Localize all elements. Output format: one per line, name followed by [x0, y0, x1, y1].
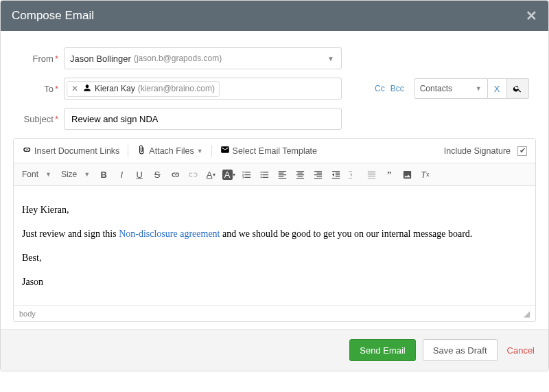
link-icon [22, 145, 32, 157]
cc-link[interactable]: Cc [375, 84, 385, 93]
unlink-button[interactable] [185, 166, 201, 183]
cc-bcc-links: Cc Bcc [375, 84, 404, 93]
align-left-button[interactable] [274, 166, 290, 183]
include-signature-toggle[interactable]: Include Signature ✔ [443, 144, 528, 158]
resize-handle-icon[interactable]: ◢ [524, 309, 530, 319]
text-color-button[interactable]: A▾ [202, 166, 219, 183]
justify-button[interactable] [363, 166, 379, 183]
editor-toolbar-formatting: Font▼ Size▼ B I U S A▾ A▾ [14, 163, 535, 186]
from-select[interactable]: Jason Bollinger (jason.b@grapods.com) ▼ [64, 47, 342, 69]
unordered-list-button[interactable] [256, 166, 272, 183]
person-icon [82, 83, 92, 95]
from-row: From* Jason Bollinger (jason.b@grapods.c… [13, 47, 536, 69]
bcc-link[interactable]: Bcc [390, 84, 404, 93]
chevron-down-icon: ▼ [197, 148, 203, 154]
nda-link[interactable]: Non-disclosure agreement [119, 229, 220, 239]
email-editor: Insert Document Links Attach Files ▼ Sel… [13, 138, 536, 322]
recipient-chip: ✕ Kieran Kay (kieran@braino.com) [67, 81, 220, 97]
editor-statusbar: body ◢ [14, 305, 535, 321]
blockquote-button[interactable]: ” [381, 166, 397, 183]
editor-toolbar-primary: Insert Document Links Attach Files ▼ Sel… [14, 139, 535, 163]
contacts-clear-button[interactable]: X [488, 78, 507, 99]
size-select[interactable]: Size▼ [57, 168, 94, 181]
to-row: To* ✕ Kieran Kay (kieran@braino.com) Cc [13, 78, 536, 100]
bold-button[interactable]: B [95, 166, 112, 183]
send-email-button[interactable]: Send Email [349, 339, 415, 361]
body-signoff: Best, [22, 251, 527, 265]
chevron-down-icon: ▼ [327, 55, 334, 62]
to-wrapper: ✕ Kieran Kay (kieran@braino.com) Cc Bcc … [64, 78, 529, 100]
paperclip-icon [137, 145, 146, 157]
from-name: Jason Bollinger [70, 54, 131, 64]
modal-footer: Send Email Save as Draft Cancel [1, 329, 548, 371]
subject-row: Subject* [13, 108, 536, 130]
chip-email: (kieran@braino.com) [138, 84, 215, 93]
subject-label: Subject* [13, 114, 64, 124]
envelope-icon [220, 145, 230, 157]
email-body-editor[interactable]: Hey Kieran, Just review and sign this No… [14, 186, 535, 305]
ordered-list-button[interactable] [238, 166, 255, 183]
required-marker: * [55, 54, 58, 64]
outdent-button[interactable] [327, 166, 344, 183]
save-as-draft-button[interactable]: Save as Draft [423, 339, 498, 361]
close-icon[interactable]: ✕ [526, 8, 537, 24]
insert-image-button[interactable] [399, 166, 415, 183]
indent-button[interactable] [345, 166, 362, 183]
remove-recipient-icon[interactable]: ✕ [71, 84, 78, 93]
insert-document-links-button[interactable]: Insert Document Links [21, 143, 121, 159]
from-label: From* [13, 54, 64, 64]
subject-field [64, 108, 536, 130]
clear-formatting-button[interactable]: Tx [417, 166, 433, 183]
separator [211, 145, 212, 157]
modal-title: Compose Email [12, 9, 94, 23]
contacts-search-button[interactable] [507, 78, 529, 99]
modal-header: Compose Email ✕ [1, 1, 548, 31]
italic-button[interactable]: I [113, 166, 130, 183]
chevron-down-icon: ▼ [45, 171, 51, 178]
from-field: Jason Bollinger (jason.b@grapods.com) ▼ [64, 47, 536, 69]
body-line1: Just review and sign this Non-disclosure… [22, 227, 527, 241]
font-select[interactable]: Font▼ [18, 168, 56, 181]
element-path: body [19, 310, 36, 318]
contacts-group: Contacts ▼ X [414, 78, 529, 99]
cancel-button[interactable]: Cancel [504, 345, 537, 356]
required-marker: * [55, 114, 58, 124]
align-center-button[interactable] [292, 166, 308, 183]
compose-email-modal: Compose Email ✕ From* Jason Bollinger (j… [0, 0, 549, 371]
background-color-button[interactable]: A▾ [220, 166, 237, 183]
contacts-select[interactable]: Contacts ▼ [414, 78, 488, 99]
required-marker: * [55, 84, 58, 94]
chevron-down-icon: ▼ [476, 85, 482, 92]
body-name: Jason [22, 275, 527, 289]
select-email-template-button[interactable]: Select Email Template [219, 143, 318, 159]
modal-body: From* Jason Bollinger (jason.b@grapods.c… [1, 31, 548, 329]
strikethrough-button[interactable]: S [149, 166, 165, 183]
to-input[interactable]: ✕ Kieran Kay (kieran@braino.com) [64, 78, 342, 100]
separator [128, 145, 128, 157]
link-button[interactable] [167, 166, 183, 183]
to-label: To* [13, 84, 64, 94]
align-right-button[interactable] [309, 166, 326, 183]
attach-files-button[interactable]: Attach Files ▼ [135, 143, 204, 159]
from-email: (jason.b@grapods.com) [134, 54, 222, 63]
subject-input[interactable] [64, 108, 342, 130]
underline-button[interactable]: U [131, 166, 148, 183]
signature-checkbox[interactable]: ✔ [517, 146, 527, 156]
chip-name: Kieran Kay [95, 84, 135, 93]
body-greeting: Hey Kieran, [22, 203, 527, 217]
chevron-down-icon: ▼ [84, 171, 90, 178]
